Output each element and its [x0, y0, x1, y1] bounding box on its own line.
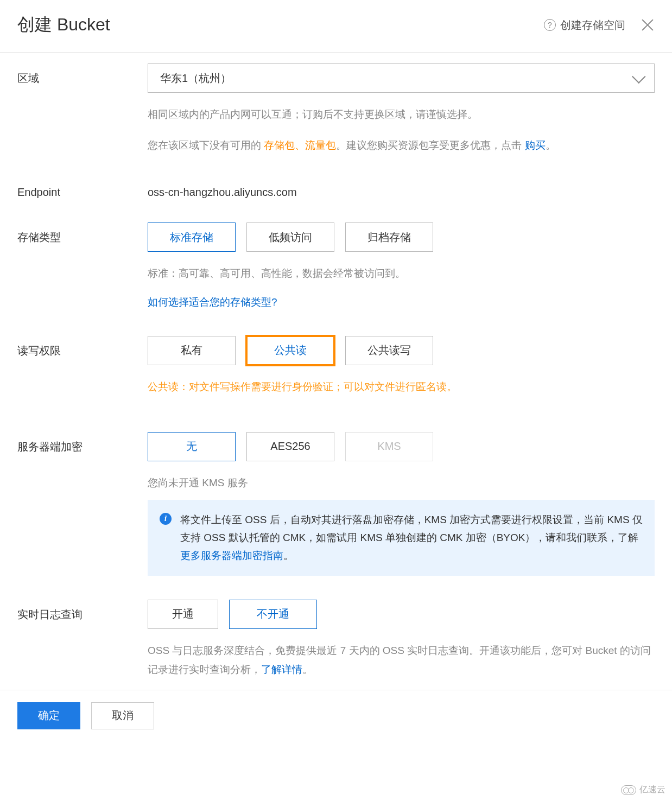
region-selected-value: 华东1（杭州） — [160, 71, 231, 86]
logging-option-disable[interactable]: 不开通 — [229, 600, 317, 629]
chevron-down-icon — [632, 69, 645, 83]
encryption-group: 无 AES256 KMS — [148, 432, 655, 461]
encryption-hint: 您尚未开通 KMS 服务 — [148, 473, 655, 492]
confirm-button[interactable]: 确定 — [17, 702, 80, 729]
endpoint-value: oss-cn-hangzhou.aliyuncs.com — [148, 179, 655, 199]
cancel-button[interactable]: 取消 — [91, 702, 154, 729]
acl-group: 私有 公共读 公共读写 — [148, 336, 655, 365]
encryption-info-text: 将文件上传至 OSS 后，自动对其进行落盘加密存储，KMS 加密方式需要进行权限… — [180, 511, 643, 565]
row-storage-type: 存储类型 标准存储 低频访问 归档存储 标准：高可靠、高可用、高性能，数据会经常… — [17, 223, 655, 312]
acl-option-public-read[interactable]: 公共读 — [246, 336, 334, 365]
label-logging: 实时日志查询 — [17, 600, 148, 622]
dialog-title: 创建 Bucket — [17, 13, 110, 37]
row-logging: 实时日志查询 开通 不开通 OSS 与日志服务深度结合，免费提供最近 7 天内的… — [17, 600, 655, 679]
storage-option-standard[interactable]: 标准存储 — [148, 223, 236, 252]
label-encryption: 服务器端加密 — [17, 432, 148, 454]
logging-hint: OSS 与日志服务深度结合，免费提供最近 7 天内的 OSS 实时日志查询。开通… — [148, 641, 655, 679]
help-link[interactable]: ? 创建存储空间 — [544, 18, 625, 33]
label-endpoint: Endpoint — [17, 179, 148, 199]
encryption-option-kms: KMS — [345, 432, 433, 461]
acl-warning: 公共读：对文件写操作需要进行身份验证；可以对文件进行匿名读。 — [148, 377, 655, 396]
row-region: 区域 华东1（杭州） 相同区域内的产品内网可以互通；订购后不支持更换区域，请谨慎… — [17, 63, 655, 155]
storage-type-help-link[interactable]: 如何选择适合您的存储类型? — [148, 296, 277, 308]
region-hint-2: 您在该区域下没有可用的 存储包、流量包。建议您购买资源包享受更多优惠，点击 购买… — [148, 136, 655, 155]
storage-package-text: 存储包、流量包 — [264, 139, 336, 151]
help-icon: ? — [544, 19, 556, 31]
help-label: 创建存储空间 — [560, 18, 625, 33]
header-actions: ? 创建存储空间 — [544, 18, 655, 33]
storage-option-archive[interactable]: 归档存储 — [345, 223, 433, 252]
buy-link[interactable]: 购买 — [525, 139, 546, 151]
acl-option-public-rw[interactable]: 公共读写 — [345, 336, 433, 365]
logging-group: 开通 不开通 — [148, 600, 655, 629]
logging-option-enable[interactable]: 开通 — [148, 600, 218, 629]
storage-hint: 标准：高可靠、高可用、高性能，数据会经常被访问到。 — [148, 264, 655, 283]
storage-option-ia[interactable]: 低频访问 — [246, 223, 334, 252]
row-acl: 读写权限 私有 公共读 公共读写 公共读：对文件写操作需要进行身份验证；可以对文… — [17, 336, 655, 396]
dialog-header: 创建 Bucket ? 创建存储空间 — [0, 0, 672, 53]
label-storage-type: 存储类型 — [17, 223, 148, 245]
region-hint-1: 相同区域内的产品内网可以互通；订购后不支持更换区域，请谨慎选择。 — [148, 105, 655, 124]
label-acl: 读写权限 — [17, 336, 148, 358]
info-icon: i — [160, 513, 172, 525]
storage-type-group: 标准存储 低频访问 归档存储 — [148, 223, 655, 252]
encryption-option-aes256[interactable]: AES256 — [246, 432, 334, 461]
close-icon[interactable] — [641, 18, 655, 32]
logging-detail-link[interactable]: 了解详情 — [261, 664, 302, 675]
dialog-footer: 确定 取消 — [0, 690, 672, 741]
dialog-body: 区域 华东1（杭州） 相同区域内的产品内网可以互通；订购后不支持更换区域，请谨慎… — [0, 53, 672, 690]
row-encryption: 服务器端加密 无 AES256 KMS 您尚未开通 KMS 服务 i 将文件上传… — [17, 432, 655, 576]
acl-option-private[interactable]: 私有 — [148, 336, 236, 365]
encryption-option-none[interactable]: 无 — [148, 432, 236, 461]
encryption-info-box: i 将文件上传至 OSS 后，自动对其进行落盘加密存储，KMS 加密方式需要进行… — [148, 500, 655, 576]
region-select[interactable]: 华东1（杭州） — [148, 63, 655, 93]
encryption-guide-link[interactable]: 更多服务器端加密指南 — [180, 550, 283, 561]
row-endpoint: Endpoint oss-cn-hangzhou.aliyuncs.com — [17, 179, 655, 199]
label-region: 区域 — [17, 63, 148, 86]
